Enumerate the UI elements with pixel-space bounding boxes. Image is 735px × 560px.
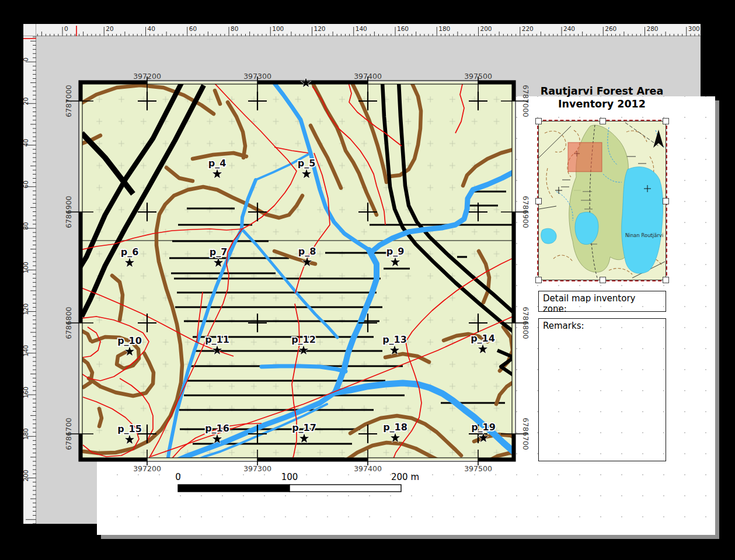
- svg-text:6786700: 6786700: [64, 418, 73, 450]
- ruler-corner: [23, 24, 36, 36]
- svg-text:80: 80: [231, 25, 238, 32]
- selection-handle-tm[interactable]: [600, 118, 606, 124]
- detail-map-label: Detail map inventory zone:: [543, 293, 635, 314]
- remarks-label: Remarks:: [543, 321, 584, 331]
- title-line2: Inventory 2012: [558, 98, 646, 110]
- svg-text:397500: 397500: [464, 464, 492, 473]
- sample-point-label: p_6: [121, 246, 139, 258]
- scale-bar-label: 0: [175, 472, 181, 482]
- selection-handle-tl[interactable]: [535, 118, 542, 124]
- remarks-box[interactable]: Remarks:: [538, 318, 666, 461]
- svg-text:397400: 397400: [354, 464, 382, 473]
- svg-text:397300: 397300: [243, 72, 271, 81]
- detail-map-box[interactable]: Detail map inventory zone:: [538, 291, 666, 312]
- sample-point-label: p_17: [292, 422, 316, 433]
- svg-text:397200: 397200: [133, 464, 161, 473]
- scale-bar-label: 100: [281, 472, 298, 482]
- svg-text:180: 180: [23, 428, 29, 440]
- sample-point-label: p_15: [117, 423, 142, 434]
- svg-text:397500: 397500: [464, 72, 492, 81]
- svg-text:120: 120: [314, 25, 326, 32]
- sample-point-label: p_16: [205, 423, 229, 434]
- selection-handle-br[interactable]: [663, 277, 669, 283]
- sample-point-label: p_4: [208, 158, 227, 169]
- svg-text:20: 20: [106, 25, 113, 32]
- svg-text:280: 280: [647, 25, 659, 32]
- svg-text:260: 260: [605, 25, 616, 32]
- svg-text:60: 60: [23, 180, 29, 188]
- sample-point-label: p_13: [382, 334, 407, 345]
- svg-text:6786800: 6786800: [521, 307, 530, 339]
- sample-point-label: p_10: [117, 335, 142, 346]
- svg-text:0: 0: [64, 25, 68, 32]
- svg-text:180: 180: [438, 25, 450, 32]
- svg-text:160: 160: [397, 25, 409, 32]
- sample-point-label: p_7: [210, 246, 228, 258]
- svg-text:160: 160: [23, 387, 29, 398]
- selection-handle-bl[interactable]: [535, 277, 542, 283]
- overview-lake-small: [575, 212, 598, 244]
- selection-handle-tr[interactable]: [663, 118, 669, 124]
- svg-text:200: 200: [480, 25, 492, 32]
- svg-text:397200: 397200: [133, 72, 161, 81]
- svg-text:40: 40: [23, 139, 29, 147]
- title-line1: Rautjarvi Forest Area: [541, 85, 664, 97]
- svg-text:6786900: 6786900: [64, 196, 73, 228]
- scale-bar[interactable]: 0100200 m: [175, 472, 419, 492]
- selection-handle-ml[interactable]: [535, 198, 542, 204]
- svg-text:20: 20: [23, 98, 29, 105]
- svg-text:220: 220: [522, 25, 534, 32]
- overview-lake-tiny: [541, 228, 556, 244]
- svg-text:140: 140: [356, 25, 367, 32]
- svg-text:100: 100: [23, 262, 29, 273]
- overview-extent-rect: [568, 142, 602, 172]
- qgis-composer-window: 0204060801001201401601802002202402602803…: [0, 0, 735, 560]
- svg-text:100: 100: [272, 25, 284, 32]
- svg-text:6786900: 6786900: [521, 196, 530, 228]
- svg-text:0: 0: [23, 58, 29, 62]
- left-ruler[interactable]: 020406080100120140160180200: [23, 36, 36, 524]
- svg-text:60: 60: [189, 25, 197, 32]
- overview-map-canvas: Ninan Routjärvi: [539, 121, 666, 280]
- sample-point-label: p_19: [471, 422, 496, 433]
- scale-bar-label: 200 m: [391, 472, 419, 482]
- map-content: [79, 81, 515, 461]
- page-title[interactable]: Rautjarvi Forest Area Inventory 2012: [525, 85, 678, 110]
- top-ruler[interactable]: 0204060801001201401601802002202402602803…: [36, 24, 701, 36]
- svg-text:6786800: 6786800: [64, 307, 73, 339]
- svg-text:6787000: 6787000: [64, 85, 73, 117]
- selection-handle-mr[interactable]: [663, 198, 669, 204]
- sample-point-label: p_18: [383, 422, 407, 433]
- svg-text:240: 240: [563, 25, 575, 32]
- svg-text:140: 140: [23, 345, 29, 357]
- svg-text:397300: 397300: [243, 464, 271, 473]
- sample-point-label: p_8: [298, 246, 316, 257]
- selection-handle-bm[interactable]: [600, 277, 606, 283]
- svg-text:40: 40: [148, 25, 155, 32]
- svg-text:397400: 397400: [354, 72, 382, 81]
- svg-text:200: 200: [23, 469, 29, 481]
- sample-point-label: p_12: [291, 334, 316, 345]
- svg-text:300: 300: [688, 25, 700, 32]
- svg-text:120: 120: [23, 303, 29, 315]
- sample-point-label: p_5: [298, 158, 316, 169]
- overview-lake-label: Ninan Routjärvi: [625, 232, 663, 238]
- sample-point-label: p_14: [471, 333, 495, 344]
- sample-point-label: p_11: [205, 334, 229, 345]
- svg-text:80: 80: [23, 222, 29, 229]
- overview-map[interactable]: Ninan Routjärvi: [538, 121, 666, 280]
- sample-point-label: p_9: [386, 246, 405, 257]
- svg-text:6786700: 6786700: [521, 418, 530, 450]
